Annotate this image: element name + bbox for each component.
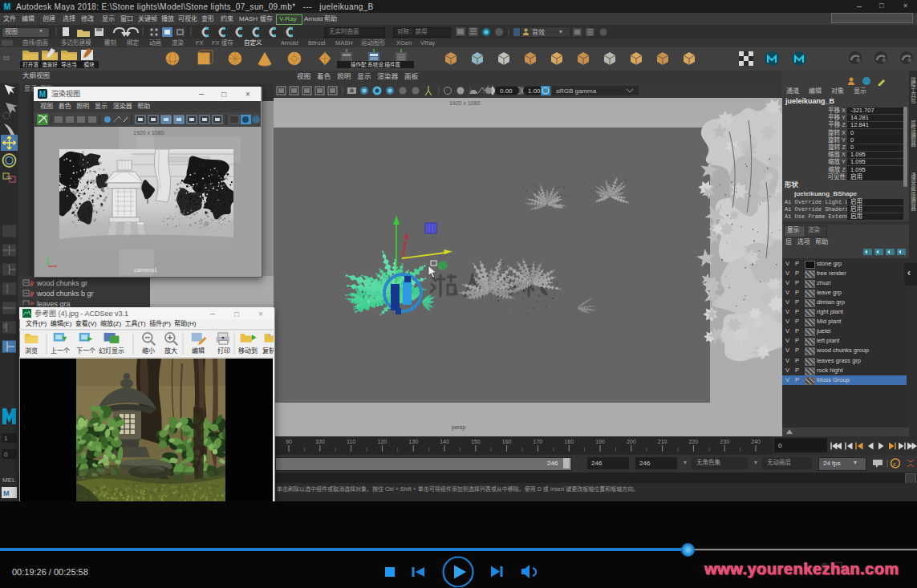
svg-text:180: 180 [564,439,574,444]
svg-text:190: 190 [595,439,605,444]
svg-text:e: e [893,461,896,467]
svg-text:210: 210 [658,439,667,444]
svg-text:移动到: 移动到 [238,347,258,355]
svg-text:220: 220 [689,439,699,444]
svg-text:150: 150 [471,439,481,444]
svg-text:0.00: 0.00 [500,87,513,95]
svg-text:打印: 打印 [217,347,230,355]
svg-text:130: 130 [408,439,418,444]
svg-text:230: 230 [720,439,729,444]
svg-text:造景好: 造景好 [42,61,58,68]
svg-text:打开渲: 打开渲 [22,61,39,68]
svg-text:放大: 放大 [164,347,177,355]
svg-text:下一个: 下一个 [76,347,95,355]
svg-text:1.00: 1.00 [528,87,541,95]
svg-text:操作配:系统设:插件属: 操作配:系统设:插件属 [351,61,400,68]
svg-text:140: 140 [440,439,449,444]
svg-text:1: 1 [4,435,8,442]
svg-text:170: 170 [534,439,543,444]
svg-text:幻灯显示: 幻灯显示 [99,347,124,355]
svg-text:M: M [4,2,10,11]
svg-text:浏览: 浏览 [25,347,38,355]
svg-text:编辑: 编辑 [192,347,205,355]
svg-text:M: M [39,90,46,99]
svg-text:MEL: MEL [2,476,16,484]
svg-text:sRGB gamma: sRGB gamma [556,87,597,95]
svg-text:0: 0 [4,451,8,458]
svg-text:M: M [3,489,10,497]
svg-text:110: 110 [347,439,355,444]
svg-text:240: 240 [751,439,761,444]
svg-text:160: 160 [502,439,512,444]
svg-text:90: 90 [286,439,292,444]
svg-text:复制到: 复制到 [262,347,274,355]
svg-text:»: » [268,332,271,338]
svg-text:导出当: 导出当 [61,61,77,68]
svg-text:上一个: 上一个 [51,347,70,355]
svg-text:200: 200 [627,439,636,444]
svg-text:120: 120 [378,439,387,444]
svg-text:缩小: 缩小 [142,347,155,355]
svg-text:模块: 模块 [84,61,95,68]
svg-text:100: 100 [315,439,325,444]
